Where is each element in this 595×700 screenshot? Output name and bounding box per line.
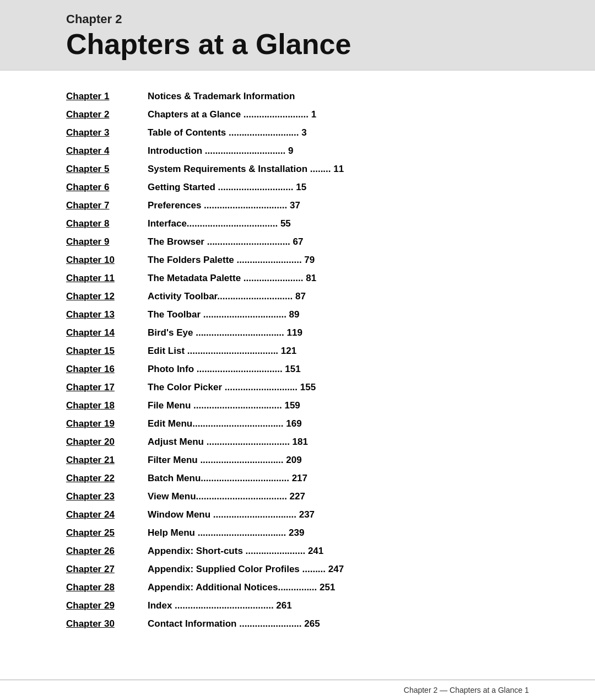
toc-row: Chapter 4Introduction ..................… <box>66 142 529 160</box>
chapter-description: Appendix: Short-cuts ...................… <box>148 546 323 556</box>
chapter-description: Activity Toolbar........................… <box>148 291 306 301</box>
toc-row: Chapter 18File Menu ....................… <box>66 396 529 414</box>
chapter-description: Getting Started ........................… <box>148 182 306 192</box>
chapter-description: Introduction ...........................… <box>148 146 293 156</box>
toc-row: Chapter 6Getting Started ...............… <box>66 178 529 196</box>
toc-chapter-desc-cell: The Folders Palette ....................… <box>148 251 529 269</box>
chapter-description: Preferences ............................… <box>148 200 300 211</box>
chapter-link[interactable]: Chapter 13 <box>66 309 138 320</box>
toc-chapter-desc-cell: Notices & Trademark Information <box>148 87 529 105</box>
toc-chapter-link-cell: Chapter 16 <box>66 360 148 378</box>
toc-row: Chapter 9The Browser ...................… <box>66 233 529 251</box>
chapter-link[interactable]: Chapter 4 <box>66 146 138 157</box>
toc-row: Chapter 16Photo Info ...................… <box>66 360 529 378</box>
toc-chapter-desc-cell: Table of Contents ......................… <box>148 123 529 142</box>
chapter-link[interactable]: Chapter 17 <box>66 382 138 393</box>
toc-chapter-link-cell: Chapter 4 <box>66 142 148 160</box>
toc-chapter-desc-cell: Batch Menu..............................… <box>148 469 529 487</box>
chapter-link[interactable]: Chapter 5 <box>66 164 138 175</box>
toc-chapter-desc-cell: Photo Info .............................… <box>148 360 529 378</box>
toc-chapter-link-cell: Chapter 13 <box>66 305 148 324</box>
chapter-link[interactable]: Chapter 30 <box>66 618 138 629</box>
toc-chapter-link-cell: Chapter 11 <box>66 269 148 287</box>
chapter-link[interactable]: Chapter 28 <box>66 582 138 593</box>
chapter-link[interactable]: Chapter 24 <box>66 509 138 520</box>
toc-chapter-link-cell: Chapter 28 <box>66 578 148 596</box>
toc-chapter-link-cell: Chapter 15 <box>66 342 148 360</box>
chapter-description: Edit List ..............................… <box>148 346 296 356</box>
toc-row: Chapter 17The Color Picker .............… <box>66 378 529 396</box>
toc-table: Chapter 1Notices & Trademark Information… <box>66 87 529 633</box>
chapter-link[interactable]: Chapter 8 <box>66 218 138 229</box>
toc-chapter-desc-cell: File Menu ..............................… <box>148 396 529 414</box>
chapter-link[interactable]: Chapter 26 <box>66 546 138 557</box>
chapter-link[interactable]: Chapter 11 <box>66 273 138 284</box>
chapter-description: Contact Information ....................… <box>148 618 320 629</box>
toc-row: Chapter 12Activity Toolbar..............… <box>66 287 529 305</box>
toc-chapter-link-cell: Chapter 29 <box>66 596 148 615</box>
chapter-link[interactable]: Chapter 3 <box>66 127 138 138</box>
chapter-link[interactable]: Chapter 1 <box>66 91 138 102</box>
chapter-description: View Menu...............................… <box>148 491 305 502</box>
chapter-description: System Requirements & Installation .....… <box>148 164 344 174</box>
chapter-link[interactable]: Chapter 16 <box>66 364 138 375</box>
toc-chapter-link-cell: Chapter 24 <box>66 505 148 524</box>
chapter-description: File Menu ..............................… <box>148 400 300 411</box>
toc-chapter-link-cell: Chapter 2 <box>66 105 148 123</box>
chapter-description: Appendix: Supplied Color Profiles ......… <box>148 564 344 574</box>
toc-chapter-link-cell: Chapter 7 <box>66 196 148 214</box>
chapter-description: The Browser ............................… <box>148 236 303 247</box>
chapter-link[interactable]: Chapter 7 <box>66 200 138 211</box>
chapter-link[interactable]: Chapter 25 <box>66 527 138 539</box>
chapter-description: Help Menu ..............................… <box>148 527 304 538</box>
toc-chapter-desc-cell: Edit Menu...............................… <box>148 414 529 433</box>
toc-chapter-link-cell: Chapter 6 <box>66 178 148 196</box>
chapter-link[interactable]: Chapter 29 <box>66 600 138 611</box>
chapter-link[interactable]: Chapter 22 <box>66 473 138 484</box>
toc-row: Chapter 15Edit List ....................… <box>66 342 529 360</box>
toc-chapter-link-cell: Chapter 21 <box>66 451 148 469</box>
toc-chapter-desc-cell: The Metadata Palette ...................… <box>148 269 529 287</box>
chapter-description: The Folders Palette ....................… <box>148 255 315 265</box>
toc-content: Chapter 1Notices & Trademark Information… <box>0 71 595 680</box>
chapter-description: Filter Menu ............................… <box>148 455 302 465</box>
chapter-link[interactable]: Chapter 18 <box>66 400 138 411</box>
toc-chapter-desc-cell: The Browser ............................… <box>148 233 529 251</box>
toc-row: Chapter 7Preferences ...................… <box>66 196 529 214</box>
chapter-link[interactable]: Chapter 6 <box>66 182 138 193</box>
toc-chapter-link-cell: Chapter 27 <box>66 560 148 578</box>
toc-chapter-desc-cell: Edit List ..............................… <box>148 342 529 360</box>
toc-row: Chapter 2Chapters at a Glance ..........… <box>66 105 529 123</box>
toc-row: Chapter 3Table of Contents .............… <box>66 123 529 142</box>
footer-text: Chapter 2 — Chapters at a Glance 1 <box>404 686 529 694</box>
chapter-link[interactable]: Chapter 10 <box>66 255 138 266</box>
toc-row: Chapter 24Window Menu ..................… <box>66 505 529 524</box>
toc-row: Chapter 21Filter Menu ..................… <box>66 451 529 469</box>
toc-chapter-link-cell: Chapter 23 <box>66 487 148 505</box>
chapter-description: Photo Info .............................… <box>148 364 301 374</box>
toc-row: Chapter 19Edit Menu.....................… <box>66 414 529 433</box>
toc-row: Chapter 14Bird's Eye ...................… <box>66 324 529 342</box>
chapter-description: Index ..................................… <box>148 600 292 611</box>
chapter-link[interactable]: Chapter 27 <box>66 564 138 575</box>
chapter-link[interactable]: Chapter 15 <box>66 346 138 357</box>
chapter-link[interactable]: Chapter 23 <box>66 491 138 502</box>
page-header: Chapter 2 Chapters at a Glance <box>0 0 595 71</box>
chapter-description: The Color Picker .......................… <box>148 382 316 392</box>
toc-row: Chapter 1Notices & Trademark Information <box>66 87 529 105</box>
chapter-link[interactable]: Chapter 21 <box>66 455 138 466</box>
chapter-description: Bird's Eye .............................… <box>148 327 302 338</box>
chapter-link[interactable]: Chapter 9 <box>66 236 138 247</box>
chapter-title: Chapters at a Glance <box>66 29 529 60</box>
chapter-link[interactable]: Chapter 14 <box>66 327 138 338</box>
chapter-description: The Metadata Palette ...................… <box>148 273 316 283</box>
chapter-link[interactable]: Chapter 12 <box>66 291 138 302</box>
chapter-description: Adjust Menu ............................… <box>148 437 308 447</box>
chapter-link[interactable]: Chapter 2 <box>66 109 138 120</box>
toc-chapter-link-cell: Chapter 8 <box>66 214 148 233</box>
chapter-link[interactable]: Chapter 20 <box>66 437 138 448</box>
toc-chapter-desc-cell: Getting Started ........................… <box>148 178 529 196</box>
chapter-description: Interface...............................… <box>148 218 291 229</box>
chapter-link[interactable]: Chapter 19 <box>66 418 138 429</box>
toc-chapter-link-cell: Chapter 19 <box>66 414 148 433</box>
